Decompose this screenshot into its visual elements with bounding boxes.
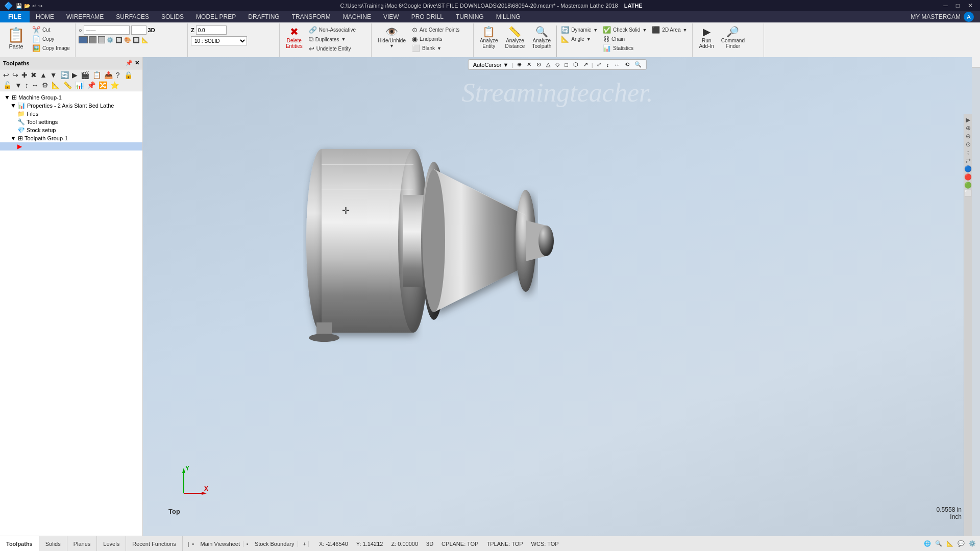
tree-toolpath-group[interactable]: ▼ ⊞ Toolpath Group-1 (0, 134, 142, 142)
tp-view5[interactable]: 🔀 (97, 81, 108, 90)
tp-simulate[interactable]: 🎬 (80, 70, 90, 80)
maximize-button[interactable]: □ (953, 2, 963, 9)
vt-btn1[interactable]: ⊕ (516, 61, 523, 68)
run-addin-button[interactable]: ▶ Run Add-In (696, 26, 717, 50)
tp-verify[interactable]: ▶ (71, 70, 79, 80)
menu-machine[interactable]: MACHINE (337, 11, 377, 22)
tp-help[interactable]: ? (115, 70, 121, 80)
undelete-button[interactable]: ↩ Undelete Entity (307, 44, 358, 53)
tp-lock[interactable]: 🔒 (123, 70, 134, 80)
qa-redo[interactable]: ↪ (38, 3, 42, 9)
menu-model-prep[interactable]: MODEL PREP (190, 11, 242, 22)
panel-pin[interactable]: 📌 (126, 60, 133, 66)
tree-empty-op[interactable]: ▶ (0, 142, 142, 151)
tp-delete[interactable]: ✖ (30, 70, 38, 80)
qa-undo[interactable]: ↩ (32, 3, 36, 9)
arc-center-points-button[interactable]: ⊙ Arc Center Points (410, 26, 461, 34)
tree-properties[interactable]: ▼ 📊 Properties - 2 Axis Slant Bed Lathe (0, 102, 142, 110)
solid-select[interactable]: 10 : SOLID (191, 36, 247, 45)
command-finder-button[interactable]: 🔎 Command Finder (718, 26, 748, 50)
chain-button[interactable]: ⛓ Chain (601, 35, 649, 43)
tp-regen[interactable]: 🔄 (59, 70, 70, 80)
vt-btn4[interactable]: △ (545, 61, 552, 68)
rp-icon9[interactable]: 🟢 (964, 182, 972, 189)
status-icon3[interactable]: 📐 (946, 540, 953, 547)
vt-btn10[interactable]: ↕ (605, 61, 611, 68)
non-associative-button[interactable]: 🔗 Non-Associative (307, 26, 358, 34)
vt-btn9[interactable]: ⤢ (595, 61, 603, 68)
z-value-input[interactable] (196, 26, 227, 35)
copy-button[interactable]: 📄 Copy (30, 35, 72, 43)
tp-down[interactable]: ▼ (49, 70, 58, 80)
tp-view6[interactable]: ⭐ (109, 81, 120, 90)
tab-recent[interactable]: Recent Functions (126, 536, 183, 552)
tab-solids[interactable]: Solids (39, 536, 67, 552)
status-icon4[interactable]: 💬 (958, 540, 965, 547)
tp-view1[interactable]: 📐 (51, 81, 61, 90)
tp-expand[interactable]: ↕ (24, 81, 30, 90)
tree-machine-group[interactable]: ▼ ⊞ Machine Group-1 (0, 93, 142, 102)
tab-toolpaths[interactable]: Toolpaths (0, 536, 39, 552)
menu-surfaces[interactable]: SURFACES (110, 11, 155, 22)
paste-button[interactable]: 📋 Paste (3, 26, 29, 51)
close-button[interactable]: ✕ (965, 2, 976, 9)
status-icon1[interactable]: 🌐 (924, 540, 931, 547)
main-viewsheet-tab[interactable]: Main Viewsheet (198, 541, 243, 547)
tp-up[interactable]: ▲ (39, 70, 48, 80)
rp-icon5[interactable]: ↕ (967, 149, 970, 156)
area-2d-button[interactable]: ⬛ 2D Area ▼ (650, 26, 689, 34)
vt-btn13[interactable]: 🔍 (633, 61, 643, 68)
status-icon2[interactable]: 🔍 (935, 540, 942, 547)
vt-btn11[interactable]: ↔ (612, 61, 621, 68)
tp-new-op[interactable]: ✚ (20, 70, 29, 80)
vt-btn3[interactable]: ⊙ (535, 61, 543, 68)
menu-drafting[interactable]: DRAFTING (242, 11, 285, 22)
tree-stock-setup[interactable]: 💎 Stock setup (0, 126, 142, 134)
rp-icon2[interactable]: ⊕ (966, 124, 971, 132)
line-width-input[interactable] (131, 26, 146, 35)
vt-autocursor[interactable]: AutoCursor ▼ (472, 61, 510, 68)
stock-boundary-tab[interactable]: Stock Boundary (252, 541, 298, 547)
tab-planes[interactable]: Planes (67, 536, 97, 552)
menu-milling[interactable]: MILLING (490, 11, 527, 22)
endpoints-button[interactable]: ◉ Endpoints (410, 35, 461, 43)
rp-icon8[interactable]: 🔴 (964, 173, 972, 181)
vt-btn5[interactable]: ◇ (554, 61, 561, 68)
minimize-button[interactable]: ─ (940, 2, 951, 9)
menu-file[interactable]: FILE (0, 11, 30, 22)
status-icon5[interactable]: ⚙️ (969, 540, 976, 547)
vt-btn6[interactable]: □ (563, 61, 570, 68)
tp-tool1[interactable]: ↩ (2, 70, 10, 80)
tp-view4[interactable]: 📌 (86, 81, 96, 90)
hide-unhide-button[interactable]: 👁️ Hide/Unhide ▼ (375, 26, 409, 49)
analyze-distance-button[interactable]: 📏 Analyze Distance (502, 26, 528, 50)
panel-close[interactable]: ✕ (135, 60, 139, 66)
qa-open[interactable]: 📂 (24, 3, 30, 9)
tp-collapse[interactable]: ↔ (31, 81, 40, 90)
tree-tool-settings[interactable]: 🔧 Tool settings (0, 118, 142, 126)
tp-settings[interactable]: ⚙ (41, 81, 50, 90)
tp-view3[interactable]: 📊 (74, 81, 85, 90)
vt-btn7[interactable]: ⬡ (572, 61, 580, 68)
vt-btn12[interactable]: ⟲ (623, 61, 631, 68)
line-style-input[interactable] (84, 26, 130, 35)
tp-unlock[interactable]: 🔓 (2, 81, 13, 90)
delete-entities-button[interactable]: ✖ Delete Entities (283, 26, 306, 50)
vt-btn8[interactable]: ↗ (582, 61, 590, 68)
copy-image-button[interactable]: 🖼️ Copy Image (30, 44, 72, 53)
menu-turning[interactable]: TURNING (450, 11, 490, 22)
analyze-toolpath-button[interactable]: 🔍 Analyze Toolpath (529, 26, 554, 50)
tp-view2[interactable]: 📏 (62, 81, 73, 90)
menu-transform[interactable]: TRANSFORM (286, 11, 337, 22)
rp-icon1[interactable]: ▶ (966, 116, 970, 123)
vt-btn2[interactable]: ✕ (525, 61, 533, 68)
menu-home[interactable]: HOME (30, 11, 60, 22)
rp-icon10[interactable]: ⬜ (964, 190, 972, 197)
rp-icon4[interactable]: ⊙ (966, 141, 971, 148)
menu-pro-drill[interactable]: PRO DRILL (405, 11, 450, 22)
menu-solids[interactable]: SOLIDS (155, 11, 190, 22)
color-swatch2[interactable] (89, 36, 96, 43)
rp-icon3[interactable]: ⊖ (966, 133, 971, 140)
tp-filter[interactable]: ▼ (14, 81, 23, 90)
my-mastercam[interactable]: MY MASTERCAM A (904, 12, 980, 22)
